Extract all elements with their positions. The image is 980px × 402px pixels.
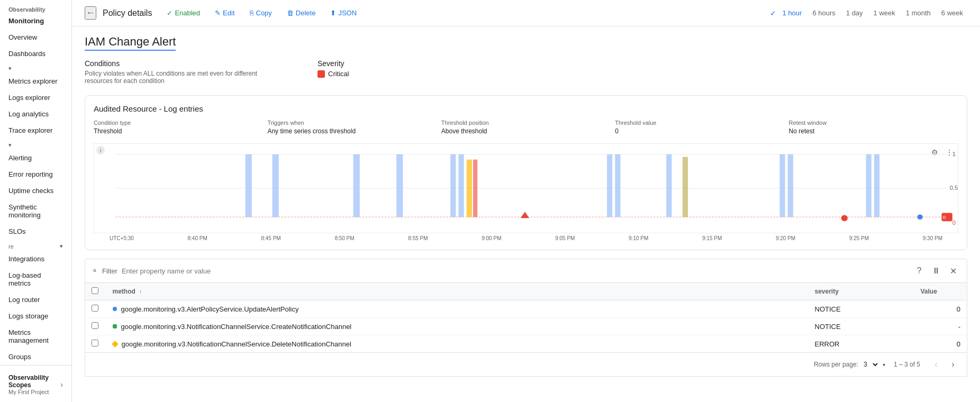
sidebar-item-log-router[interactable]: Log router (0, 291, 67, 308)
threshold-position-value: Above threshold (441, 127, 487, 135)
x-label-10: 9:25 PM (849, 235, 869, 241)
enabled-button[interactable]: ✓ Enabled (160, 6, 206, 20)
main-content: ← Policy details ✓ Enabled ✎ Edit ⎘ Copy… (72, 0, 980, 402)
sidebar-item-synthetic-monitoring[interactable]: Synthetic monitoring (0, 199, 67, 223)
sidebar-item-error-reporting[interactable]: Error reporting (0, 166, 67, 182)
sidebar-item-trace-explorer[interactable]: Trace explorer (0, 122, 67, 139)
sidebar-item-dashboards[interactable]: Dashboards (0, 45, 67, 62)
x-label-5: 9:00 PM (482, 235, 501, 241)
row1-method-cell: google.monitoring.v3.AlertPolicyService.… (106, 300, 809, 318)
svg-rect-8 (353, 154, 360, 217)
time-1week[interactable]: 1 week (869, 7, 900, 19)
filter-bar: ⚬ Filter ? ⏸ ✕ (85, 259, 967, 283)
time-6hours[interactable]: 6 hours (808, 7, 839, 19)
sidebar-item-logs-storage[interactable]: Logs storage (0, 308, 67, 324)
row1-checkbox-cell (85, 300, 106, 318)
svg-rect-15 (615, 154, 620, 217)
sidebar-item-integrations[interactable]: Integrations (0, 251, 67, 267)
edit-icon: ✎ (215, 9, 221, 17)
sidebar-item-metrics-explorer[interactable]: Metrics explorer (0, 73, 67, 89)
sidebar-item-slos[interactable]: SLOs (0, 223, 67, 240)
th-value[interactable]: Value (914, 283, 967, 300)
sidebar-item-overview[interactable]: Overview (0, 29, 67, 45)
edit-button[interactable]: ✎ Edit (208, 6, 241, 20)
pagination-range: 1 – 3 of 5 (894, 361, 920, 368)
sidebar-item-log-based-metrics[interactable]: Log-based metrics (0, 267, 67, 291)
row1-checkbox[interactable] (92, 305, 98, 312)
next-page-button[interactable]: › (946, 357, 960, 372)
retest-window-item: Retest window No retest (789, 120, 958, 135)
row3-dot-icon (112, 341, 119, 348)
x-label-0: UTC+5:30 (110, 235, 134, 241)
chevron-right-icon: › (60, 380, 63, 389)
row3-checkbox-cell (85, 335, 106, 353)
svg-marker-26 (521, 212, 529, 218)
copy-button[interactable]: ⎘ Copy (243, 6, 278, 20)
sidebar-section-re-label: re (8, 243, 14, 250)
th-method[interactable]: method ↑ (106, 283, 809, 300)
sidebar-item-log-analytics[interactable]: Log analytics (0, 106, 67, 122)
severity-value: Critical (328, 70, 349, 78)
time-1month[interactable]: 1 month (902, 7, 935, 19)
table-header-row: method ↑ severity Value (85, 283, 967, 300)
threshold-position-label: Threshold position (441, 120, 611, 126)
delete-label: Delete (296, 9, 316, 17)
delete-button[interactable]: 🗑 Delete (280, 6, 322, 20)
row2-checkbox[interactable] (92, 322, 98, 329)
svg-rect-11 (459, 154, 464, 217)
filter-close-button[interactable]: ✕ (946, 263, 960, 278)
triggers-when-label: Triggers when (267, 120, 437, 126)
sidebar-item-metrics-management[interactable]: Metrics management (0, 324, 67, 349)
json-button[interactable]: ⬆ JSON (324, 6, 363, 20)
select-all-checkbox[interactable] (92, 287, 98, 294)
row3-checkbox[interactable] (92, 340, 98, 346)
sidebar-bottom: Observability Scopes My First Project › (0, 365, 71, 402)
edit-label: Edit (223, 9, 234, 17)
sidebar-item-logs-explorer[interactable]: Logs explorer (0, 89, 67, 106)
pagination-nav: ‹ › (929, 357, 960, 372)
time-6week[interactable]: 6 week (937, 7, 967, 19)
filter-pause-button[interactable]: ⏸ (929, 263, 943, 278)
svg-rect-16 (666, 154, 672, 217)
sidebar-scope-title: Observability Scopes (8, 374, 60, 389)
prev-page-button[interactable]: ‹ (929, 357, 943, 372)
row3-method-value: google.monitoring.v3.NotificationChannel… (122, 340, 351, 348)
x-label-11: 9:30 PM (923, 235, 942, 241)
svg-rect-6 (246, 154, 252, 217)
filter-help-button[interactable]: ? (912, 263, 927, 278)
chart-area: i ⚙ ⋮ 1 0.5 0 (94, 143, 958, 233)
sidebar-scope[interactable]: Observability Scopes My First Project › (0, 370, 71, 399)
svg-rect-13 (473, 160, 477, 217)
sidebar-section-alerting[interactable]: ▾ (0, 139, 71, 150)
conditions-description: Policy violates when ALL conditions are … (85, 70, 275, 85)
sidebar-item-alerting[interactable]: Alerting (0, 150, 67, 166)
severity-critical-icon (317, 70, 325, 78)
sidebar-item-uptime-checks[interactable]: Uptime checks (0, 182, 67, 199)
sidebar-item-groups[interactable]: Groups (0, 349, 67, 365)
copy-icon: ⎘ (250, 9, 254, 17)
check-icon: ✓ (167, 9, 173, 17)
severity-badge: Critical (317, 70, 349, 78)
time-1hour[interactable]: 1 hour (778, 7, 806, 19)
filter-label: Filter (102, 267, 117, 275)
sidebar-section-metrics[interactable]: ▾ (0, 62, 71, 73)
chart-svg: 1 0.5 0 (94, 144, 958, 233)
time-1day[interactable]: 1 day (842, 7, 867, 19)
x-label-8: 9:15 PM (702, 235, 722, 241)
retest-window-value: No retest (789, 127, 815, 135)
rows-per-page-select[interactable]: 3 5 10 (861, 360, 879, 369)
x-label-4: 8:55 PM (408, 235, 428, 241)
th-severity[interactable]: severity (809, 283, 914, 300)
x-label-7: 9:10 PM (629, 235, 648, 241)
filter-input[interactable] (122, 267, 908, 275)
filter-icon: ⚬ (92, 267, 98, 275)
retest-window-label: Retest window (789, 120, 958, 126)
chart-x-labels: UTC+5:30 8:40 PM 8:45 PM 8:50 PM 8:55 PM… (94, 233, 958, 241)
threshold-value-label: Threshold value (615, 120, 784, 126)
sidebar-section-re[interactable]: re ▾ (0, 240, 71, 251)
svg-point-23 (918, 214, 923, 220)
svg-rect-9 (396, 154, 403, 217)
filter-actions: ? ⏸ ✕ (912, 263, 960, 278)
svg-rect-21 (874, 154, 879, 217)
back-button[interactable]: ← (85, 6, 96, 20)
